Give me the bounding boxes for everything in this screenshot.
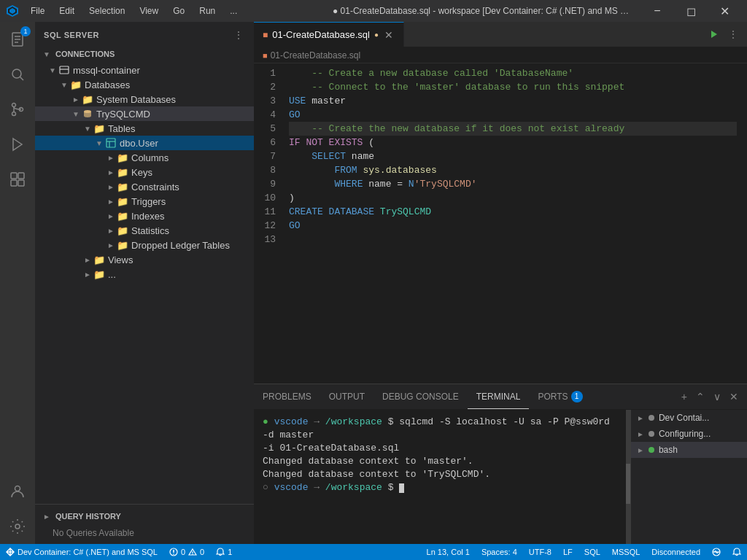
app-logo: [6, 4, 19, 18]
tree-item-indexes[interactable]: ► 📁 Indexes: [35, 209, 254, 223]
window-controls: − ◻ ✕: [640, 0, 741, 22]
tree-item-tables[interactable]: ▼ 📁 Tables: [35, 121, 254, 136]
tree-item-keys[interactable]: ► 📁 Keys: [35, 165, 254, 179]
panel-tab-output[interactable]: OUTPUT: [320, 384, 374, 409]
statistics-label: Statistics: [131, 225, 169, 236]
query-history-chevron: ►: [41, 510, 53, 522]
columns-icon: 📁: [117, 152, 128, 163]
connections-section[interactable]: ▼ CONNECTIONS: [35, 45, 254, 63]
status-remote[interactable]: Dev Container: C# (.NET) and MS SQL: [0, 544, 163, 560]
tree-item-dropped-ledger[interactable]: ► 📁 Dropped Ledger Tables: [35, 238, 254, 252]
run-query-button[interactable]: [706, 26, 722, 42]
svg-rect-16: [18, 180, 24, 186]
tab-close-button[interactable]: ✕: [383, 29, 395, 41]
activity-search[interactable]: [0, 57, 35, 92]
tree-item-statistics[interactable]: ► 📁 Statistics: [35, 223, 254, 238]
tree-item-server[interactable]: ▼ mssql-container: [35, 63, 254, 77]
session-status-dot-3: [649, 447, 654, 453]
query-history-section: ► QUERY HISTORY No Queries Available: [35, 504, 254, 544]
activity-source-control[interactable]: [0, 92, 35, 127]
status-language[interactable]: SQL: [578, 544, 606, 560]
system-databases-label: System Databases: [96, 94, 176, 105]
tree-item-databases[interactable]: ▼ 📁 Databases: [35, 77, 254, 92]
tree-item-triggers[interactable]: ► 📁 Triggers: [35, 194, 254, 209]
statistics-icon: 📁: [117, 225, 128, 236]
menu-go[interactable]: Go: [167, 4, 190, 18]
menu-run[interactable]: Run: [193, 4, 221, 18]
tree-item-db[interactable]: ▼ TrySQLCMD: [35, 106, 254, 121]
tree-item-table-user[interactable]: ▼ dbo.User: [35, 136, 254, 150]
terminal-scrollbar[interactable]: [626, 410, 630, 544]
status-errors[interactable]: 0 0: [163, 544, 210, 560]
status-connection[interactable]: Disconnected: [646, 544, 706, 560]
terminal-session-devcontainer[interactable]: ► Dev Contai...: [631, 410, 747, 426]
status-bell[interactable]: [727, 544, 747, 560]
tree-item-views[interactable]: ► 📁 Views: [35, 252, 254, 267]
editor-more-button[interactable]: ⋮: [725, 26, 741, 43]
activity-settings[interactable]: [0, 509, 35, 544]
keys-icon: 📁: [117, 166, 128, 178]
svg-point-9: [12, 104, 16, 107]
restore-button[interactable]: ◻: [674, 0, 708, 22]
tree-item-system-databases[interactable]: ► 📁 System Databases: [35, 92, 254, 106]
session-name-3: bash: [659, 445, 678, 455]
sidebar-more-button[interactable]: ⋮: [232, 28, 245, 42]
panel-tab-terminal[interactable]: TERMINAL: [468, 384, 530, 409]
terminal-sessions-panel: ► Dev Contai... ► Configuring... ► bash: [630, 410, 747, 544]
status-eol[interactable]: LF: [557, 544, 578, 560]
code-content[interactable]: -- Create a new database called 'Databas…: [283, 63, 743, 384]
panel-maximize-button[interactable]: ∨: [711, 388, 724, 405]
menu-view[interactable]: View: [133, 4, 164, 18]
no-queries-text: No Queries Available: [35, 525, 254, 541]
close-button[interactable]: ✕: [708, 0, 741, 22]
editor-tab-actions: ⋮: [700, 22, 747, 47]
system-databases-chevron: ►: [70, 93, 82, 105]
panel-tab-debug[interactable]: DEBUG CONSOLE: [374, 384, 468, 409]
activity-extensions[interactable]: [0, 162, 35, 197]
code-line-4: GO: [289, 108, 737, 122]
menu-edit[interactable]: Edit: [53, 4, 80, 18]
menu-selection[interactable]: Selection: [83, 4, 131, 18]
code-editor[interactable]: 12345 678910 111213 -- Create a new data…: [254, 63, 747, 384]
query-history-header[interactable]: ► QUERY HISTORY: [35, 508, 254, 525]
tables-icon: 📁: [93, 122, 105, 134]
panel-tab-ports[interactable]: PORTS 1: [529, 384, 591, 409]
views-icon: 📁: [93, 254, 105, 265]
panel-expand-button[interactable]: ⌃: [693, 388, 708, 405]
menu-more[interactable]: ...: [224, 4, 243, 18]
activity-debug[interactable]: [0, 127, 35, 162]
terminal-line-5: ○ vscode → /workspace $: [263, 481, 617, 494]
minimize-button[interactable]: −: [640, 0, 674, 22]
svg-rect-14: [18, 173, 24, 179]
tree-item-constraints[interactable]: ► 📁 Constraints: [35, 179, 254, 194]
status-line-col[interactable]: Ln 13, Col 1: [421, 544, 476, 560]
svg-rect-13: [11, 173, 17, 179]
activity-explorer[interactable]: 1: [0, 22, 35, 57]
terminal-session-configuring[interactable]: ► Configuring...: [631, 426, 747, 442]
menu-bar: File Edit Selection View Go Run ...: [25, 4, 327, 18]
terminal-panel: PROBLEMS OUTPUT DEBUG CONSOLE TERMINAL P…: [254, 384, 747, 544]
table-user-name: dbo.User: [120, 138, 158, 149]
connection-status: Disconnected: [651, 548, 700, 556]
more-label: ...: [108, 269, 116, 280]
activity-account[interactable]: [0, 474, 35, 509]
tree-item-columns[interactable]: ► 📁 Columns: [35, 150, 254, 165]
status-notifications[interactable]: 1: [210, 544, 238, 560]
terminal-session-bash[interactable]: ► bash: [631, 442, 747, 458]
panel-close-button[interactable]: ✕: [727, 388, 741, 405]
statistics-chevron: ►: [105, 225, 117, 236]
status-spaces[interactable]: Spaces: 4: [476, 544, 523, 560]
breadcrumb-filename: 01-CreateDatabase.sql: [271, 50, 360, 61]
status-encoding[interactable]: UTF-8: [523, 544, 557, 560]
status-dialect[interactable]: MSSQL: [606, 544, 646, 560]
panel-tab-problems[interactable]: PROBLEMS: [254, 384, 320, 409]
tree-item-more[interactable]: ► 📁 ...: [35, 267, 254, 281]
menu-file[interactable]: File: [25, 4, 50, 18]
status-remote-indicator[interactable]: [706, 544, 727, 560]
panel-add-button[interactable]: +: [678, 388, 690, 405]
editor-tab-active[interactable]: ■ 01-CreateDatabase.sql ● ✕: [254, 22, 404, 47]
terminal-content[interactable]: ● vscode → /workspace $ sqlcmd -S localh…: [254, 410, 626, 544]
spaces-text: Spaces: 4: [481, 548, 517, 556]
svg-point-28: [173, 553, 174, 555]
table-user-icon: [105, 137, 117, 149]
